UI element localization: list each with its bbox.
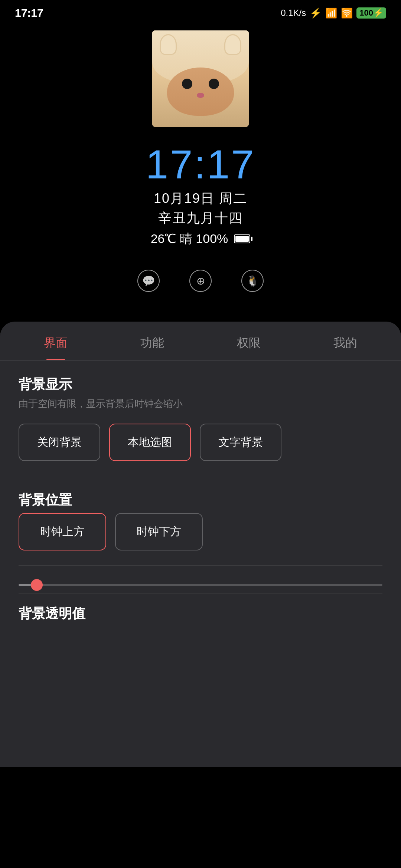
tab-bar: 界面 功能 权限 我的: [0, 322, 401, 361]
status-right-icons: 0.1K/s ⚡ 📶 🛜 100⚡: [281, 7, 386, 19]
btn-close-background[interactable]: 关闭背景: [19, 424, 100, 461]
lock-date: 10月19日 周二: [154, 190, 247, 208]
background-display-title: 背景显示: [19, 375, 382, 394]
cat-eye-right: [209, 79, 219, 89]
status-bar: 17:17 0.1K/s ⚡ 📶 🛜 100⚡: [0, 0, 401, 23]
battery-indicator: 100⚡: [356, 7, 386, 19]
tab-mine[interactable]: 我的: [297, 322, 394, 360]
bottom-panel: 界面 功能 权限 我的 背景显示 由于空间有限，显示背景后时钟会缩小 关闭背景 …: [0, 322, 401, 767]
btn-text-background[interactable]: 文字背景: [200, 424, 281, 461]
slider-track[interactable]: [19, 584, 382, 586]
lock-weather: 26℃ 晴 100%: [151, 230, 251, 247]
background-display-subtitle: 由于空间有限，显示背景后时钟会缩小: [19, 397, 382, 410]
bluetooth-icon: ⚡: [310, 7, 322, 19]
background-display-section: 背景显示 由于空间有限，显示背景后时钟会缩小 关闭背景 本地选图 文字背景: [0, 361, 401, 476]
network-speed: 0.1K/s: [281, 8, 306, 18]
cat-avatar: [152, 30, 249, 127]
tab-permission[interactable]: 权限: [200, 322, 297, 360]
btn-above-clock[interactable]: 时钟上方: [19, 513, 106, 550]
background-position-section: 背景位置 时钟上方 时钟下方: [0, 476, 401, 565]
battery-icon: [234, 234, 250, 243]
background-position-title: 背景位置: [19, 491, 382, 509]
signal-icon: 📶: [325, 7, 337, 19]
tab-interface[interactable]: 界面: [7, 322, 104, 360]
lock-notifications: 💬 ⊕ 🐧: [137, 270, 264, 292]
btn-below-clock[interactable]: 时钟下方: [115, 513, 203, 550]
transparency-title: 背景透明值: [0, 594, 401, 627]
messages-icon[interactable]: 💬: [137, 270, 160, 292]
tab-function[interactable]: 功能: [104, 322, 200, 360]
wifi-icon: 🛜: [341, 7, 353, 19]
status-time: 17:17: [15, 7, 43, 19]
lock-time: 17:17: [146, 142, 255, 187]
cat-nose: [197, 93, 204, 98]
qq-icon[interactable]: 🐧: [241, 270, 264, 292]
slider-thumb[interactable]: [31, 579, 43, 591]
wechat-icon[interactable]: ⊕: [189, 270, 212, 292]
background-position-buttons: 时钟上方 时钟下方: [19, 513, 382, 550]
slider-section: [0, 566, 401, 593]
background-display-buttons: 关闭背景 本地选图 文字背景: [19, 424, 382, 461]
lock-lunar: 辛丑九月十四: [158, 209, 243, 227]
cat-eye-left: [182, 79, 192, 89]
btn-local-image[interactable]: 本地选图: [109, 424, 191, 461]
lockscreen: 17:17 10月19日 周二 辛丑九月十四 26℃ 晴 100% 💬 ⊕ 🐧: [0, 23, 401, 307]
